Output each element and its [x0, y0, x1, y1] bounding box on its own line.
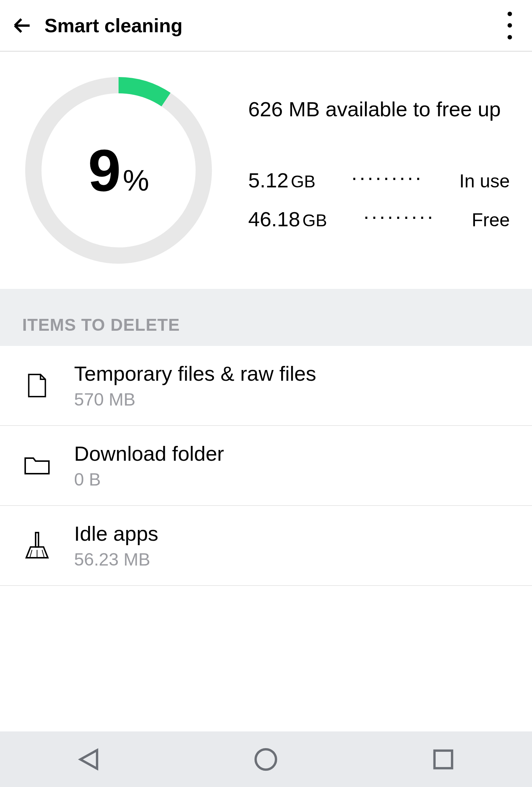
in-use-row: 5.12 GB ········· In use	[248, 168, 510, 192]
list-item-idle-apps[interactable]: Idle apps 56.23 MB	[0, 506, 532, 586]
folder-icon	[22, 455, 52, 476]
separator-dots: ·········	[326, 165, 448, 189]
percent-display: 9 %	[88, 136, 149, 204]
svg-point-5	[256, 749, 276, 770]
available-text: 626 MB available to free up	[248, 95, 510, 124]
circle-home-icon	[252, 746, 280, 773]
dot-icon	[508, 11, 512, 16]
in-use-value: 5.12	[248, 168, 289, 192]
dot-icon	[508, 35, 512, 39]
svg-line-4	[42, 550, 44, 558]
list-item-download-folder[interactable]: Download folder 0 B	[0, 426, 532, 506]
section-header-items: ITEMS TO DELETE	[0, 289, 532, 346]
item-text: Download folder 0 B	[74, 441, 510, 490]
back-arrow-icon	[11, 14, 33, 37]
item-title: Temporary files & raw files	[74, 361, 510, 386]
item-size: 570 MB	[74, 389, 510, 410]
item-text: Temporary files & raw files 570 MB	[74, 361, 510, 410]
separator-dots: ·········	[338, 204, 461, 228]
page-title: Smart cleaning	[44, 14, 183, 37]
nav-back-button[interactable]	[70, 741, 107, 778]
item-size: 56.23 MB	[74, 549, 510, 570]
percent-number: 9	[88, 136, 121, 204]
storage-info: 626 MB available to free up 5.12 GB ····…	[248, 95, 510, 246]
list-item-temporary-files[interactable]: Temporary files & raw files 570 MB	[0, 346, 532, 426]
in-use-label: In use	[459, 170, 510, 192]
nav-home-button[interactable]	[247, 741, 285, 778]
item-title: Download folder	[74, 441, 510, 466]
file-icon	[22, 373, 52, 398]
dot-icon	[508, 23, 512, 28]
app-header: Smart cleaning	[0, 0, 532, 52]
nav-recent-button[interactable]	[425, 741, 462, 778]
progress-ring: 9 %	[22, 74, 215, 267]
more-menu-button[interactable]	[504, 11, 515, 39]
square-recent-icon	[429, 746, 457, 773]
free-value: 46.18	[248, 207, 300, 231]
storage-overview: 9 % 626 MB available to free up 5.12 GB …	[0, 52, 532, 289]
back-button[interactable]	[11, 14, 33, 37]
item-size: 0 B	[74, 469, 510, 490]
free-label: Free	[472, 209, 510, 231]
svg-rect-6	[435, 750, 452, 768]
percent-sign: %	[123, 164, 149, 198]
svg-rect-1	[36, 533, 39, 547]
items-list: Temporary files & raw files 570 MB Downl…	[0, 346, 532, 586]
item-title: Idle apps	[74, 521, 510, 546]
in-use-unit: GB	[291, 171, 315, 191]
free-row: 46.18 GB ········· Free	[248, 207, 510, 231]
item-text: Idle apps 56.23 MB	[74, 521, 510, 570]
triangle-back-icon	[75, 746, 103, 773]
free-unit: GB	[302, 210, 327, 230]
broom-icon	[22, 531, 52, 560]
navigation-bar	[0, 731, 532, 787]
svg-line-2	[30, 550, 32, 558]
